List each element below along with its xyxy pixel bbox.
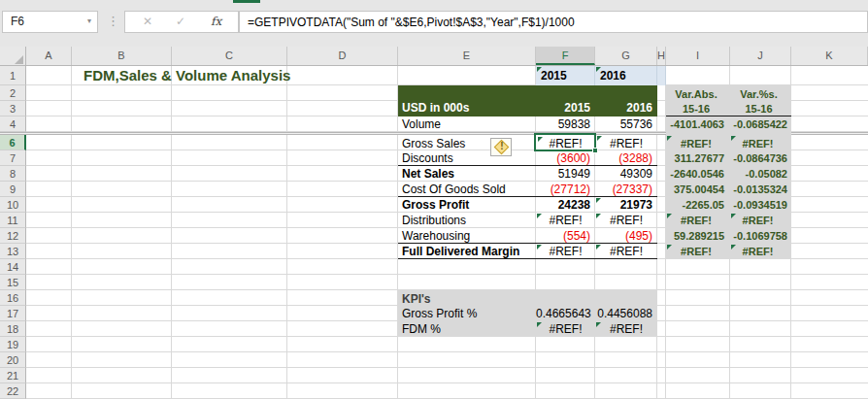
row-header-11[interactable]: 11: [0, 213, 26, 228]
row-header-4[interactable]: 4: [0, 116, 26, 132]
column-header-g[interactable]: G: [595, 47, 657, 65]
row-header-12[interactable]: 12: [0, 228, 26, 244]
cell-H1[interactable]: [657, 66, 666, 85]
table-header-usd-label[interactable]: USD in 000s: [402, 100, 532, 116]
error-smarttag-button[interactable]: !: [490, 138, 512, 156]
cell-F7[interactable]: (3600): [536, 150, 590, 166]
row-header-17[interactable]: 17: [0, 306, 26, 321]
cell-I9[interactable]: 375.00454: [668, 182, 724, 197]
name-box[interactable]: F6 ▾: [2, 11, 98, 33]
row-header-22[interactable]: 22: [0, 383, 26, 399]
column-header-j[interactable]: J: [730, 47, 791, 65]
cell-F12[interactable]: (554): [536, 228, 590, 244]
cell-G18[interactable]: #REF!: [595, 321, 657, 337]
cell-J10[interactable]: -0.0934519: [728, 197, 787, 213]
cell-E9[interactable]: Cost Of Goods Sold: [402, 182, 532, 197]
row-header-8[interactable]: 8: [0, 166, 26, 182]
var-pct-subheader[interactable]: 15-16: [726, 101, 791, 116]
fill-handle[interactable]: [592, 148, 598, 153]
cell-E10[interactable]: Gross Profit: [402, 197, 532, 213]
row-header-6[interactable]: 6: [0, 135, 26, 150]
table-header-2015[interactable]: 2015: [536, 100, 590, 116]
cell-J13[interactable]: #REF!: [728, 244, 787, 259]
cell-I11[interactable]: #REF!: [668, 213, 724, 228]
cell-I12[interactable]: 59.289215: [668, 228, 724, 244]
cell-E4[interactable]: Volume: [402, 116, 532, 132]
cell-E8[interactable]: Net Sales: [402, 166, 532, 182]
cell-G11[interactable]: #REF!: [595, 213, 657, 228]
row-header-7[interactable]: 7: [0, 150, 26, 166]
var-abs-header[interactable]: Var.Abs.: [666, 86, 726, 102]
row-header-20[interactable]: 20: [0, 352, 26, 368]
cell-I6[interactable]: #REF!: [668, 136, 724, 151]
cell-F1[interactable]: 2015: [536, 66, 595, 85]
row-header-16[interactable]: 16: [0, 290, 26, 306]
cell-J11[interactable]: #REF!: [728, 213, 787, 228]
cell-E13[interactable]: Full Delivered Margin: [402, 244, 532, 259]
cell-E7[interactable]: Discounts: [402, 150, 532, 166]
cell-I4[interactable]: -4101.4063: [668, 116, 724, 132]
cell-G10[interactable]: 21973: [595, 197, 652, 213]
cell-I8[interactable]: -2640.0546: [668, 166, 724, 182]
var-pct-header[interactable]: Var.%s.: [726, 86, 791, 102]
row-header-14[interactable]: 14: [0, 259, 26, 275]
row-header-21[interactable]: 21: [0, 368, 26, 383]
row-header-2[interactable]: 2: [0, 85, 26, 101]
cell-I13[interactable]: #REF!: [668, 244, 724, 259]
column-header-i[interactable]: I: [666, 47, 730, 65]
column-header-f[interactable]: F: [536, 47, 595, 65]
cell-F8[interactable]: 51949: [536, 166, 590, 182]
insert-function-icon[interactable]: fx: [211, 15, 221, 28]
cell-G13[interactable]: #REF!: [595, 244, 657, 259]
column-header-k[interactable]: K: [791, 47, 868, 65]
cell-F17[interactable]: 0.4665643: [536, 306, 590, 321]
cell-F13[interactable]: #REF!: [536, 244, 595, 259]
cell-F10[interactable]: 24238: [536, 197, 590, 213]
cell-J9[interactable]: -0.0135324: [728, 182, 787, 197]
kpi-title[interactable]: KPI's: [402, 291, 532, 307]
column-header-c[interactable]: C: [172, 47, 287, 65]
row-header-3[interactable]: 3: [0, 101, 26, 116]
cell-G7[interactable]: (3288): [595, 150, 652, 166]
cell-G9[interactable]: (27337): [595, 182, 652, 197]
var-abs-subheader[interactable]: 15-16: [666, 101, 726, 116]
cell-F18[interactable]: #REF!: [536, 321, 595, 337]
cell-G1[interactable]: 2016: [595, 66, 657, 85]
row-header-10[interactable]: 10: [0, 197, 26, 213]
cell-J12[interactable]: -0.1069758: [728, 228, 787, 244]
formula-bar[interactable]: =GETPIVOTDATA("Sum of "&$E6,Pivot!$A$3,"…: [239, 11, 868, 33]
column-header-b[interactable]: B: [72, 47, 172, 65]
row-header-18[interactable]: 18: [0, 321, 26, 337]
cell-I10[interactable]: -2265.05: [668, 197, 724, 213]
cell-E17[interactable]: Gross Profit %: [402, 306, 532, 321]
cell-E11[interactable]: Distributions: [402, 213, 532, 228]
cell-J7[interactable]: -0.0864736: [728, 150, 787, 166]
row-header-13[interactable]: 13: [0, 244, 26, 259]
cell-G6[interactable]: #REF!: [595, 136, 657, 151]
column-header-h[interactable]: H: [657, 47, 666, 65]
cancel-icon[interactable]: ✕: [143, 15, 152, 28]
cell-J4[interactable]: -0.0685422: [728, 116, 787, 132]
row-header-1[interactable]: 1: [0, 66, 26, 85]
name-box-dropdown-icon[interactable]: ▾: [87, 17, 91, 25]
cell-E12[interactable]: Warehousing: [402, 228, 532, 244]
column-header-e[interactable]: E: [398, 47, 536, 65]
cell-F11[interactable]: #REF!: [536, 213, 595, 228]
cell-F9[interactable]: (27712): [536, 182, 590, 197]
row-header-15[interactable]: 15: [0, 275, 26, 290]
cell-J6[interactable]: #REF!: [728, 136, 787, 151]
cell-I7[interactable]: 311.27677: [668, 150, 724, 166]
row-header-9[interactable]: 9: [0, 182, 26, 197]
row-header-19[interactable]: 19: [0, 337, 26, 352]
cell-G8[interactable]: 49309: [595, 166, 652, 182]
cell-G4[interactable]: 55736: [595, 116, 652, 132]
enter-icon[interactable]: ✓: [176, 15, 185, 28]
select-all-corner[interactable]: [0, 47, 26, 65]
cell-F4[interactable]: 59838: [536, 116, 590, 132]
cell-G12[interactable]: (495): [595, 228, 652, 244]
sheet-title[interactable]: FDM,Sales & Volume Analysis: [83, 67, 290, 83]
column-header-d[interactable]: D: [287, 47, 398, 65]
table-header-2016[interactable]: 2016: [595, 100, 652, 116]
cell-E18[interactable]: FDM %: [402, 321, 532, 337]
cell-G17[interactable]: 0.4456088: [595, 306, 652, 321]
